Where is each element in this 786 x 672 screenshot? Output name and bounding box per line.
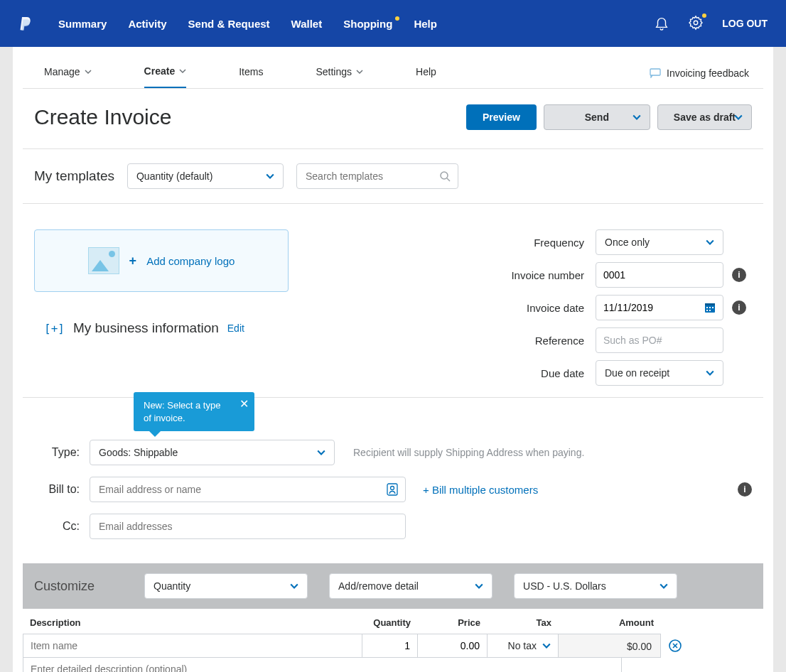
chevron-down-icon <box>734 113 743 121</box>
nav-help[interactable]: Help <box>414 18 437 30</box>
search-icon <box>439 170 451 182</box>
svg-point-11 <box>391 487 394 490</box>
quantity-mode-value: Quantity <box>154 580 190 592</box>
tab-items[interactable]: Items <box>239 59 263 87</box>
tab-manage-label: Manage <box>44 66 80 77</box>
edit-business-link[interactable]: Edit <box>227 323 244 334</box>
due-date-value: Due on receipt <box>605 367 669 379</box>
svg-rect-1 <box>650 69 660 75</box>
item-price-input[interactable] <box>418 634 487 657</box>
chevron-down-icon <box>85 68 92 75</box>
chevron-down-icon <box>266 172 274 180</box>
th-description: Description <box>23 617 362 628</box>
info-icon[interactable]: i <box>732 268 746 282</box>
send-button[interactable]: Send <box>544 104 650 130</box>
calendar-icon[interactable] <box>704 301 716 314</box>
invoice-number-input[interactable] <box>596 262 723 288</box>
cc-input[interactable] <box>90 514 406 539</box>
type-hint: Recipient will supply Shipping Address w… <box>353 447 584 458</box>
item-tax-select[interactable]: No tax <box>488 634 559 658</box>
template-search-input[interactable] <box>304 170 451 183</box>
th-amount: Amount <box>559 617 661 628</box>
svg-point-2 <box>441 172 448 179</box>
quantity-mode-select[interactable]: Quantity <box>144 573 308 599</box>
item-qty-input[interactable] <box>362 634 417 657</box>
type-label: Type: <box>34 446 80 459</box>
chevron-down-icon <box>317 448 325 457</box>
add-logo-label: Add company logo <box>146 255 235 267</box>
logout-link[interactable]: LOG OUT <box>722 18 768 29</box>
template-select[interactable]: Quantity (default) <box>127 163 284 189</box>
sub-tabs: Manage Create Items Settings Help Invoic… <box>23 47 763 89</box>
reference-input[interactable] <box>596 327 723 353</box>
nav-summary[interactable]: Summary <box>58 18 107 30</box>
th-tax: Tax <box>488 617 559 628</box>
chevron-down-icon <box>179 67 186 75</box>
remove-line-button[interactable] <box>661 634 689 658</box>
type-select[interactable]: Goods: Shippable <box>90 440 335 465</box>
feedback-label: Invoicing feedback <box>667 67 749 79</box>
expand-icon[interactable]: [+] <box>44 322 65 335</box>
invoicing-feedback-link[interactable]: Invoicing feedback <box>650 67 749 79</box>
preview-button[interactable]: Preview <box>466 104 537 130</box>
svg-rect-9 <box>709 310 711 311</box>
due-date-label: Due date <box>511 367 587 379</box>
tab-create[interactable]: Create <box>144 58 187 88</box>
nav-shopping[interactable]: Shopping <box>343 18 392 30</box>
top-nav: Summary Activity Send & Request Wallet S… <box>0 0 786 47</box>
th-quantity: Quantity <box>362 617 418 628</box>
tab-manage[interactable]: Manage <box>44 59 92 87</box>
nav-wallet[interactable]: Wallet <box>291 18 323 30</box>
chevron-down-icon <box>356 68 363 75</box>
gear-icon[interactable] <box>688 15 704 33</box>
due-date-select[interactable]: Due on receipt <box>596 360 723 386</box>
tab-settings-label: Settings <box>316 66 352 77</box>
detail-select[interactable]: Add/remove detail <box>329 573 492 599</box>
tooltip-text: New: Select a type of invoice. <box>144 400 220 423</box>
info-icon[interactable]: i <box>732 300 746 315</box>
chevron-down-icon <box>475 582 483 590</box>
bill-multiple-link[interactable]: + Bill multiple customers <box>423 484 538 496</box>
chat-icon <box>650 68 661 78</box>
chevron-down-icon <box>660 582 668 590</box>
item-description-input[interactable] <box>23 658 621 672</box>
tab-create-label: Create <box>144 65 176 77</box>
draft-label: Save as draft <box>674 112 736 123</box>
frequency-select[interactable]: Once only <box>596 229 723 255</box>
invoice-number-label: Invoice number <box>511 269 587 281</box>
page-title: Create Invoice <box>34 105 171 129</box>
currency-value: USD - U.S. Dollars <box>523 580 606 592</box>
chevron-down-icon <box>290 582 298 590</box>
business-info-label: My business information <box>73 320 219 336</box>
chevron-down-icon <box>706 369 714 377</box>
item-name-input[interactable] <box>23 634 362 657</box>
customize-bar: Customize Quantity Add/remove detail USD… <box>23 563 763 609</box>
billto-input[interactable] <box>90 477 406 502</box>
close-icon[interactable]: ✕ <box>239 396 249 412</box>
chevron-down-icon <box>706 238 714 246</box>
add-logo-button[interactable]: + Add company logo <box>34 229 289 292</box>
save-draft-button[interactable]: Save as draft <box>657 104 752 130</box>
send-label: Send <box>585 112 609 123</box>
th-price: Price <box>418 617 488 628</box>
svg-rect-7 <box>712 307 714 308</box>
detail-value: Add/remove detail <box>338 580 419 592</box>
tab-help[interactable]: Help <box>416 59 436 87</box>
type-tooltip: New: Select a type of invoice. ✕ <box>134 392 254 431</box>
tab-settings[interactable]: Settings <box>316 59 363 87</box>
bell-icon[interactable] <box>654 15 669 33</box>
template-search[interactable] <box>296 163 458 189</box>
svg-rect-8 <box>706 310 708 311</box>
paypal-logo-icon <box>18 15 33 32</box>
plus-icon: + <box>129 254 137 269</box>
invoice-date-label: Invoice date <box>511 302 587 314</box>
cc-label: Cc: <box>34 520 80 533</box>
contact-icon[interactable] <box>386 482 399 497</box>
item-amount: $0.00 <box>559 634 661 658</box>
nav-activity[interactable]: Activity <box>128 18 166 30</box>
currency-select[interactable]: USD - U.S. Dollars <box>514 573 677 599</box>
item-tax-value: No tax <box>508 640 537 651</box>
items-header: Description Quantity Price Tax Amount <box>23 609 763 634</box>
info-icon[interactable]: i <box>738 482 752 497</box>
nav-send-request[interactable]: Send & Request <box>188 18 270 30</box>
